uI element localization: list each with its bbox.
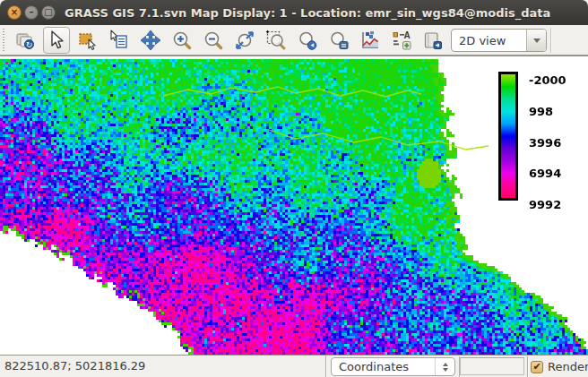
legend-color-bar: [498, 72, 518, 201]
spinner-icon[interactable]: [435, 358, 454, 375]
pan-icon: [140, 30, 161, 51]
export-display-icon: [422, 30, 444, 51]
legend-label: -2000: [529, 73, 566, 87]
query-button[interactable]: [106, 27, 133, 54]
window-title: GRASS GIS 7.1.svn Map Display: 1 - Locat…: [65, 6, 550, 20]
analyze-map-button[interactable]: [357, 27, 384, 54]
pan-button[interactable]: [137, 27, 164, 54]
legend-label: 998: [529, 105, 553, 118]
toolbar-separator: [550, 28, 551, 53]
zoom-out-icon: [203, 30, 224, 51]
legend-label: 6994: [529, 167, 561, 180]
zoom-extent-icon: [234, 30, 255, 51]
render-option: ✔ Render: [531, 356, 588, 377]
pointer-button[interactable]: [43, 27, 70, 54]
statusbar: 822510.87; 5021816.29 Coordinates ✔ Rend…: [0, 355, 588, 377]
coordinates-display: 822510.87; 5021816.29: [0, 356, 326, 377]
zoom-to-region-icon: [265, 30, 287, 51]
svg-text:↻: ↻: [26, 40, 33, 49]
toolbar-grip[interactable]: [1, 29, 7, 52]
map-display[interactable]: -2000998399669949992: [0, 56, 588, 355]
minimize-icon[interactable]: –: [24, 5, 39, 20]
zoom-options-icon: [328, 30, 350, 51]
zoom-in-icon: [171, 30, 193, 51]
maximize-icon[interactable]: □: [41, 5, 56, 20]
pointer-icon: [46, 30, 67, 51]
add-overlay-icon: A: [391, 30, 412, 51]
statusbar-mode-value: Coordinates: [332, 360, 435, 373]
svg-text:A: A: [404, 30, 411, 39]
render-map-button[interactable]: ↻: [12, 27, 39, 54]
zoom-out-button[interactable]: [200, 27, 227, 54]
select-region-icon: [77, 30, 99, 51]
zoom-options-button[interactable]: [325, 27, 352, 54]
zoom-extent-button[interactable]: [231, 27, 258, 54]
zoom-in-button[interactable]: [169, 27, 195, 54]
zoom-back-icon: [297, 30, 318, 51]
legend-label: 3996: [529, 136, 561, 150]
statusbar-separator: [527, 356, 528, 377]
statusbar-mode-selector[interactable]: Coordinates: [331, 357, 455, 376]
view-mode-value: 2D view: [452, 34, 526, 47]
titlebar: × – □ GRASS GIS 7.1.svn Map Display: 1 -…: [0, 0, 588, 25]
zoom-to-region-button[interactable]: [263, 27, 290, 54]
query-icon: [108, 30, 130, 51]
map-display-window: × – □ GRASS GIS 7.1.svn Map Display: 1 -…: [0, 0, 588, 377]
map-toolbar: ↻: [0, 25, 588, 56]
chevron-down-icon[interactable]: [526, 30, 546, 51]
progress-panel: [460, 357, 524, 375]
close-icon[interactable]: ×: [7, 5, 22, 20]
render-map-icon: ↻: [14, 30, 36, 51]
analyze-map-icon: [359, 30, 381, 51]
legend-label: 9992: [529, 198, 561, 211]
render-label: Render: [548, 360, 588, 373]
select-region-button[interactable]: [74, 27, 101, 54]
map-legend: -2000998399669949992: [497, 70, 586, 218]
zoom-back-button[interactable]: [294, 27, 321, 54]
view-mode-dropdown[interactable]: 2D view: [451, 29, 547, 52]
render-checkbox[interactable]: ✔: [531, 361, 543, 373]
export-display-button[interactable]: [419, 27, 446, 54]
add-overlay-button[interactable]: A: [388, 27, 415, 54]
